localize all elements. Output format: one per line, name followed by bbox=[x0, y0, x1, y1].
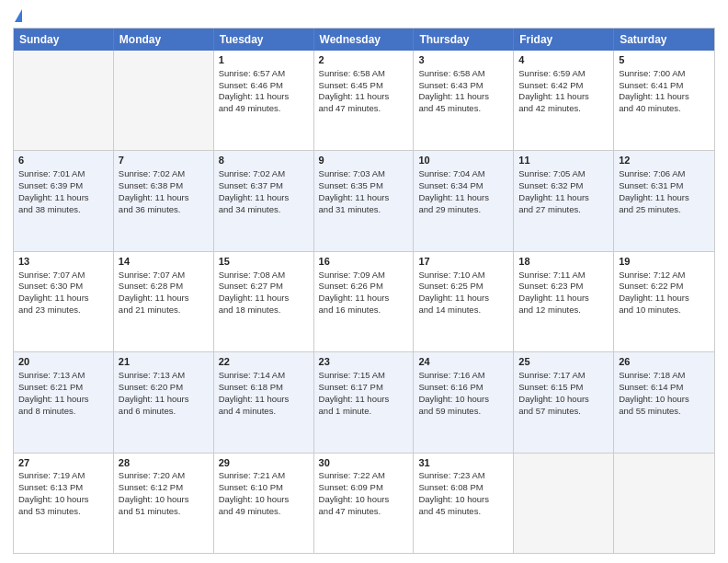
day-info-line: Sunrise: 7:17 AM bbox=[518, 370, 609, 382]
day-info-line: Daylight: 11 hours bbox=[418, 293, 508, 304]
day-info-line: and 47 minutes. bbox=[319, 506, 409, 518]
day-info-line: Sunset: 6:43 PM bbox=[418, 80, 508, 92]
calendar-cell-23: 23Sunrise: 7:15 AMSunset: 6:17 PMDayligh… bbox=[314, 352, 415, 452]
day-info-line: Sunrise: 7:15 AM bbox=[319, 370, 409, 382]
calendar-cell-17: 17Sunrise: 7:10 AMSunset: 6:25 PMDayligh… bbox=[414, 252, 514, 351]
day-number: 10 bbox=[418, 154, 508, 167]
day-info-line: Sunrise: 7:12 AM bbox=[619, 270, 710, 282]
calendar-row-1: 1Sunrise: 6:57 AMSunset: 6:46 PMDaylight… bbox=[14, 51, 714, 151]
calendar-cell-16: 16Sunrise: 7:09 AMSunset: 6:26 PMDayligh… bbox=[314, 252, 415, 351]
day-info-line: Sunset: 6:13 PM bbox=[18, 482, 108, 494]
calendar-row-2: 6Sunrise: 7:01 AMSunset: 6:39 PMDaylight… bbox=[14, 151, 714, 251]
day-number: 17 bbox=[418, 255, 508, 269]
day-info-line: Sunset: 6:46 PM bbox=[219, 80, 309, 92]
calendar-row-4: 20Sunrise: 7:13 AMSunset: 6:21 PMDayligh… bbox=[14, 352, 714, 453]
day-of-week-wednesday: Wednesday bbox=[314, 29, 415, 51]
calendar-cell-25: 25Sunrise: 7:17 AMSunset: 6:15 PMDayligh… bbox=[514, 352, 614, 452]
day-info-line: and 34 minutes. bbox=[219, 204, 309, 216]
day-number: 29 bbox=[219, 456, 309, 470]
day-info-line: Daylight: 11 hours bbox=[319, 91, 409, 103]
day-info-line: Sunrise: 7:18 AM bbox=[619, 370, 710, 382]
day-info-line: and 8 minutes. bbox=[18, 406, 108, 418]
day-info-line: Sunset: 6:21 PM bbox=[18, 382, 108, 394]
day-info-line: Sunrise: 6:57 AM bbox=[219, 68, 309, 80]
day-info-line: Sunset: 6:27 PM bbox=[219, 281, 309, 293]
day-info-line: Sunset: 6:22 PM bbox=[619, 281, 710, 293]
day-info-line: Daylight: 11 hours bbox=[619, 293, 710, 304]
day-info-line: and 16 minutes. bbox=[319, 304, 409, 316]
calendar-cell-8: 8Sunrise: 7:02 AMSunset: 6:37 PMDaylight… bbox=[214, 151, 314, 250]
day-info-line: Daylight: 10 hours bbox=[18, 494, 108, 506]
day-info-line: Daylight: 11 hours bbox=[319, 192, 409, 204]
day-info-line: Daylight: 10 hours bbox=[619, 394, 710, 406]
day-info-line: Sunrise: 7:22 AM bbox=[319, 470, 409, 482]
day-info-line: Sunset: 6:38 PM bbox=[119, 180, 209, 192]
calendar-cell-26: 26Sunrise: 7:18 AMSunset: 6:14 PMDayligh… bbox=[614, 352, 714, 452]
header bbox=[13, 9, 715, 22]
calendar-cell-11: 11Sunrise: 7:05 AMSunset: 6:32 PMDayligh… bbox=[514, 151, 614, 250]
day-info-line: Sunset: 6:42 PM bbox=[518, 80, 609, 92]
calendar-cell-empty bbox=[514, 454, 614, 553]
day-info-line: Daylight: 10 hours bbox=[119, 494, 209, 506]
day-info-line: Daylight: 11 hours bbox=[18, 293, 108, 304]
day-info-line: Sunrise: 7:07 AM bbox=[119, 270, 209, 282]
day-info-line: Sunrise: 7:02 AM bbox=[219, 168, 309, 180]
day-number: 7 bbox=[119, 154, 209, 167]
day-info-line: and 10 minutes. bbox=[619, 304, 710, 316]
calendar-cell-empty bbox=[614, 454, 714, 553]
day-number: 4 bbox=[518, 53, 609, 67]
day-info-line: and 31 minutes. bbox=[319, 204, 409, 216]
day-info-line: and 25 minutes. bbox=[619, 204, 710, 216]
day-info-line: Daylight: 11 hours bbox=[119, 293, 209, 304]
day-info-line: and 23 minutes. bbox=[18, 304, 108, 316]
day-info-line: Daylight: 11 hours bbox=[518, 293, 609, 304]
day-number: 3 bbox=[418, 53, 508, 67]
day-number: 2 bbox=[319, 53, 409, 67]
day-info-line: and 29 minutes. bbox=[418, 204, 508, 216]
day-number: 26 bbox=[619, 355, 710, 369]
day-info-line: Sunrise: 7:11 AM bbox=[518, 270, 609, 282]
day-info-line: Sunrise: 7:00 AM bbox=[619, 68, 710, 80]
day-number: 30 bbox=[319, 456, 409, 470]
calendar-cell-15: 15Sunrise: 7:08 AMSunset: 6:27 PMDayligh… bbox=[214, 252, 314, 351]
calendar-cell-14: 14Sunrise: 7:07 AMSunset: 6:28 PMDayligh… bbox=[114, 252, 214, 351]
day-number: 27 bbox=[18, 456, 108, 470]
day-number: 12 bbox=[619, 154, 710, 167]
day-of-week-monday: Monday bbox=[114, 29, 214, 51]
day-number: 9 bbox=[319, 154, 409, 167]
day-info-line: Sunset: 6:15 PM bbox=[518, 382, 609, 394]
calendar-cell-empty bbox=[114, 51, 214, 150]
calendar-cell-20: 20Sunrise: 7:13 AMSunset: 6:21 PMDayligh… bbox=[14, 352, 114, 452]
day-info-line: Daylight: 11 hours bbox=[18, 192, 108, 204]
day-number: 25 bbox=[518, 355, 609, 369]
day-info-line: Daylight: 11 hours bbox=[219, 192, 309, 204]
day-info-line: and 59 minutes. bbox=[418, 406, 508, 418]
day-info-line: Sunrise: 7:14 AM bbox=[219, 370, 309, 382]
day-info-line: Daylight: 10 hours bbox=[319, 494, 409, 506]
day-of-week-thursday: Thursday bbox=[414, 29, 514, 51]
calendar-cell-5: 5Sunrise: 7:00 AMSunset: 6:41 PMDaylight… bbox=[614, 51, 714, 150]
day-info-line: Daylight: 11 hours bbox=[418, 91, 508, 103]
day-info-line: Sunrise: 7:02 AM bbox=[119, 168, 209, 180]
day-info-line: Sunrise: 7:13 AM bbox=[18, 370, 108, 382]
page: SundayMondayTuesdayWednesdayThursdayFrid… bbox=[0, 0, 728, 563]
day-info-line: Sunset: 6:25 PM bbox=[418, 281, 508, 293]
calendar-cell-18: 18Sunrise: 7:11 AMSunset: 6:23 PMDayligh… bbox=[514, 252, 614, 351]
day-info-line: and 18 minutes. bbox=[219, 304, 309, 316]
day-info-line: Sunset: 6:45 PM bbox=[319, 80, 409, 92]
day-info-line: Sunset: 6:12 PM bbox=[119, 482, 209, 494]
day-number: 8 bbox=[219, 154, 309, 167]
day-info-line: and 36 minutes. bbox=[119, 204, 209, 216]
day-info-line: Daylight: 10 hours bbox=[418, 394, 508, 406]
day-info-line: Daylight: 11 hours bbox=[219, 91, 309, 103]
day-info-line: Sunrise: 7:13 AM bbox=[119, 370, 209, 382]
day-info-line: Sunset: 6:16 PM bbox=[418, 382, 508, 394]
day-info-line: Sunrise: 7:01 AM bbox=[18, 168, 108, 180]
calendar-cell-30: 30Sunrise: 7:22 AMSunset: 6:09 PMDayligh… bbox=[314, 454, 415, 553]
day-info-line: Sunset: 6:17 PM bbox=[319, 382, 409, 394]
day-info-line: and 12 minutes. bbox=[518, 304, 609, 316]
day-number: 23 bbox=[319, 355, 409, 369]
day-info-line: Daylight: 11 hours bbox=[18, 394, 108, 406]
day-info-line: Daylight: 10 hours bbox=[518, 394, 609, 406]
calendar-cell-6: 6Sunrise: 7:01 AMSunset: 6:39 PMDaylight… bbox=[14, 151, 114, 250]
